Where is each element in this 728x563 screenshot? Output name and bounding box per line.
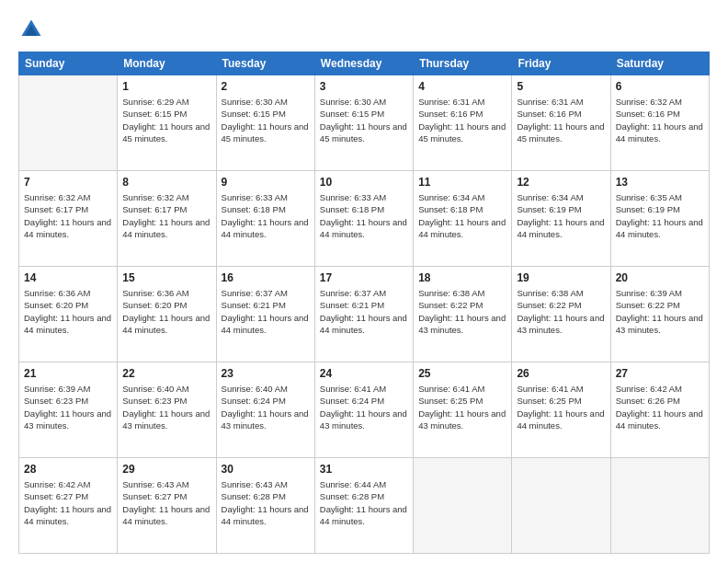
logo-icon [18,17,44,42]
calendar-cell: 10Sunrise: 6:33 AMSunset: 6:18 PMDayligh… [314,171,413,267]
day-info: Sunrise: 6:31 AMSunset: 6:16 PMDaylight:… [517,96,605,144]
day-number: 25 [418,366,506,381]
day-number: 19 [517,270,605,285]
weekday-header: Wednesday [314,52,413,75]
calendar-cell: 12Sunrise: 6:34 AMSunset: 6:19 PMDayligh… [512,171,610,267]
day-info: Sunrise: 6:41 AMSunset: 6:25 PMDaylight:… [418,383,506,431]
weekday-header: Monday [118,52,216,75]
day-number: 3 [320,79,408,94]
calendar-cell: 30Sunrise: 6:43 AMSunset: 6:28 PMDayligh… [216,458,314,554]
calendar-cell: 18Sunrise: 6:38 AMSunset: 6:22 PMDayligh… [414,267,512,362]
day-number: 7 [24,175,112,190]
day-number: 29 [122,462,210,477]
day-info: Sunrise: 6:38 AMSunset: 6:22 PMDaylight:… [418,287,506,336]
calendar-cell: 8Sunrise: 6:32 AMSunset: 6:17 PMDaylight… [118,171,216,267]
calendar-cell [19,75,118,171]
day-info: Sunrise: 6:40 AMSunset: 6:24 PMDaylight:… [222,383,310,431]
day-info: Sunrise: 6:33 AMSunset: 6:18 PMDaylight:… [222,191,310,240]
day-info: Sunrise: 6:44 AMSunset: 6:28 PMDaylight:… [320,478,408,527]
day-number: 20 [616,270,704,285]
day-info: Sunrise: 6:31 AMSunset: 6:16 PMDaylight:… [418,96,506,144]
calendar-cell: 4Sunrise: 6:31 AMSunset: 6:16 PMDaylight… [414,75,512,171]
day-info: Sunrise: 6:32 AMSunset: 6:16 PMDaylight:… [616,96,704,144]
day-number: 14 [24,270,112,285]
day-info: Sunrise: 6:43 AMSunset: 6:28 PMDaylight:… [222,478,310,527]
weekday-header: Tuesday [216,52,314,75]
calendar-cell: 1Sunrise: 6:29 AMSunset: 6:15 PMDaylight… [118,75,216,171]
weekday-header: Sunday [19,52,118,75]
calendar-cell: 23Sunrise: 6:40 AMSunset: 6:24 PMDayligh… [216,362,314,458]
day-number: 24 [320,366,408,381]
page: SundayMondayTuesdayWednesdayThursdayFrid… [0,0,728,563]
logo [18,17,48,42]
day-info: Sunrise: 6:39 AMSunset: 6:23 PMDaylight:… [24,383,112,431]
day-number: 21 [24,366,112,381]
day-info: Sunrise: 6:42 AMSunset: 6:27 PMDaylight:… [24,478,112,527]
day-number: 23 [222,366,310,381]
day-number: 16 [222,270,310,285]
day-number: 10 [320,175,408,190]
calendar-cell: 24Sunrise: 6:41 AMSunset: 6:24 PMDayligh… [314,362,413,458]
day-number: 13 [616,175,704,190]
day-number: 1 [122,79,210,94]
day-number: 6 [616,79,704,94]
day-info: Sunrise: 6:32 AMSunset: 6:17 PMDaylight:… [24,191,112,240]
calendar-cell: 7Sunrise: 6:32 AMSunset: 6:17 PMDaylight… [19,171,118,267]
day-info: Sunrise: 6:39 AMSunset: 6:22 PMDaylight:… [616,287,704,336]
day-number: 30 [222,462,310,477]
calendar-cell: 21Sunrise: 6:39 AMSunset: 6:23 PMDayligh… [19,362,118,458]
calendar-table: SundayMondayTuesdayWednesdayThursdayFrid… [18,52,710,554]
day-info: Sunrise: 6:30 AMSunset: 6:15 PMDaylight:… [222,96,310,144]
calendar-cell: 25Sunrise: 6:41 AMSunset: 6:25 PMDayligh… [414,362,512,458]
calendar-cell: 26Sunrise: 6:41 AMSunset: 6:25 PMDayligh… [512,362,610,458]
day-number: 22 [122,366,210,381]
calendar-cell [512,458,610,554]
day-info: Sunrise: 6:36 AMSunset: 6:20 PMDaylight:… [24,287,112,336]
day-number: 4 [418,79,506,94]
day-info: Sunrise: 6:41 AMSunset: 6:25 PMDaylight:… [517,383,605,431]
calendar-cell: 2Sunrise: 6:30 AMSunset: 6:15 PMDaylight… [216,75,314,171]
day-info: Sunrise: 6:36 AMSunset: 6:20 PMDaylight:… [122,287,210,336]
calendar-cell [414,458,512,554]
calendar-cell: 9Sunrise: 6:33 AMSunset: 6:18 PMDaylight… [216,171,314,267]
day-info: Sunrise: 6:33 AMSunset: 6:18 PMDaylight:… [320,191,408,240]
day-number: 27 [616,366,704,381]
day-number: 8 [122,175,210,190]
day-number: 31 [320,462,408,477]
calendar-cell: 13Sunrise: 6:35 AMSunset: 6:19 PMDayligh… [610,171,709,267]
calendar-cell: 20Sunrise: 6:39 AMSunset: 6:22 PMDayligh… [610,267,709,362]
calendar-cell: 17Sunrise: 6:37 AMSunset: 6:21 PMDayligh… [314,267,413,362]
day-info: Sunrise: 6:37 AMSunset: 6:21 PMDaylight:… [222,287,310,336]
day-number: 15 [122,270,210,285]
day-number: 28 [24,462,112,477]
calendar-cell [610,458,709,554]
day-number: 26 [517,366,605,381]
calendar-cell: 6Sunrise: 6:32 AMSunset: 6:16 PMDaylight… [610,75,709,171]
calendar-cell: 28Sunrise: 6:42 AMSunset: 6:27 PMDayligh… [19,458,118,554]
calendar-cell: 15Sunrise: 6:36 AMSunset: 6:20 PMDayligh… [118,267,216,362]
day-info: Sunrise: 6:35 AMSunset: 6:19 PMDaylight:… [616,191,704,240]
day-info: Sunrise: 6:42 AMSunset: 6:26 PMDaylight:… [616,383,704,431]
day-info: Sunrise: 6:43 AMSunset: 6:27 PMDaylight:… [122,478,210,527]
day-number: 2 [222,79,310,94]
calendar-cell: 31Sunrise: 6:44 AMSunset: 6:28 PMDayligh… [314,458,413,554]
day-number: 12 [517,175,605,190]
day-number: 18 [418,270,506,285]
weekday-header: Thursday [414,52,512,75]
day-info: Sunrise: 6:32 AMSunset: 6:17 PMDaylight:… [122,191,210,240]
day-number: 5 [517,79,605,94]
calendar-cell: 11Sunrise: 6:34 AMSunset: 6:18 PMDayligh… [414,171,512,267]
calendar-cell: 3Sunrise: 6:30 AMSunset: 6:15 PMDaylight… [314,75,413,171]
weekday-header: Saturday [610,52,709,75]
calendar-cell: 16Sunrise: 6:37 AMSunset: 6:21 PMDayligh… [216,267,314,362]
day-number: 9 [222,175,310,190]
calendar-cell: 14Sunrise: 6:36 AMSunset: 6:20 PMDayligh… [19,267,118,362]
day-info: Sunrise: 6:29 AMSunset: 6:15 PMDaylight:… [122,96,210,144]
day-info: Sunrise: 6:37 AMSunset: 6:21 PMDaylight:… [320,287,408,336]
calendar-cell: 27Sunrise: 6:42 AMSunset: 6:26 PMDayligh… [610,362,709,458]
calendar-cell: 5Sunrise: 6:31 AMSunset: 6:16 PMDaylight… [512,75,610,171]
weekday-header: Friday [512,52,610,75]
day-info: Sunrise: 6:38 AMSunset: 6:22 PMDaylight:… [517,287,605,336]
day-info: Sunrise: 6:34 AMSunset: 6:19 PMDaylight:… [517,191,605,240]
day-number: 17 [320,270,408,285]
